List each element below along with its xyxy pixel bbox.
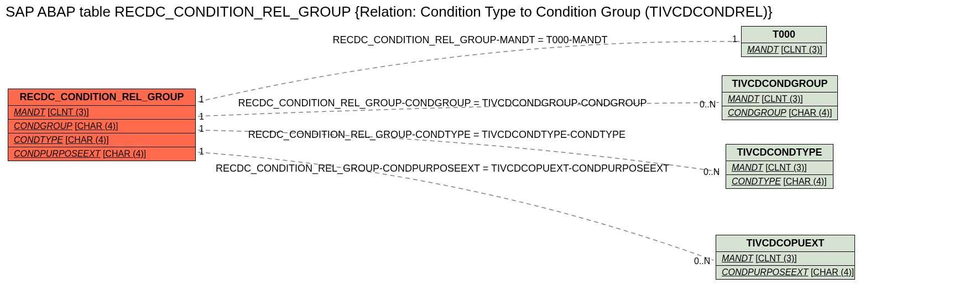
- entity-field: MANDT [CLNT (3)]: [8, 106, 195, 120]
- entity-main: RECDC_CONDITION_REL_GROUP MANDT [CLNT (3…: [8, 89, 196, 161]
- entity-field: CONDPURPOSEEXT [CHAR (4)]: [716, 266, 854, 279]
- entity-main-header: RECDC_CONDITION_REL_GROUP: [8, 89, 195, 106]
- entity-field: CONDTYPE [CHAR (4)]: [726, 175, 833, 188]
- relation-label: RECDC_CONDITION_REL_GROUP-CONDPURPOSEEXT…: [216, 163, 669, 174]
- entity-t000: T000 MANDT [CLNT (3)]: [741, 26, 827, 57]
- entity-field: CONDPURPOSEEXT [CHAR (4)]: [8, 147, 195, 161]
- relation-label: RECDC_CONDITION_REL_GROUP-MANDT = T000-M…: [333, 34, 608, 46]
- entity-header: TIVCDCONDGROUP: [722, 76, 837, 92]
- entity-field: MANDT [CLNT (3)]: [722, 92, 837, 106]
- entity-header: TIVCDCOPUEXT: [716, 235, 854, 252]
- entity-tivcdcopuext: TIVCDCOPUEXT MANDT [CLNT (3)] CONDPURPOS…: [716, 235, 855, 280]
- entity-header: TIVCDCONDTYPE: [726, 145, 833, 161]
- cardinality-left: 1: [199, 95, 204, 105]
- cardinality-right: 0..N: [700, 100, 716, 110]
- page-title: SAP ABAP table RECDC_CONDITION_REL_GROUP…: [6, 3, 773, 20]
- entity-field: MANDT [CLNT (3)]: [742, 43, 826, 56]
- entity-tivcdcondtype: TIVCDCONDTYPE MANDT [CLNT (3)] CONDTYPE …: [726, 144, 833, 189]
- cardinality-left: 1: [199, 112, 204, 122]
- entity-field: CONDGROUP [CHAR (4)]: [722, 106, 837, 120]
- entity-field: MANDT [CLNT (3)]: [726, 161, 833, 175]
- entity-field: MANDT [CLNT (3)]: [716, 252, 854, 266]
- cardinality-right: 1: [732, 34, 737, 44]
- relation-label: RECDC_CONDITION_REL_GROUP-CONDTYPE = TIV…: [248, 129, 625, 141]
- entity-tivcdcondgroup: TIVCDCONDGROUP MANDT [CLNT (3)] CONDGROU…: [722, 75, 838, 120]
- entity-field: CONDTYPE [CHAR (4)]: [8, 133, 195, 147]
- entity-header: T000: [742, 27, 826, 43]
- cardinality-left: 1: [199, 147, 204, 157]
- cardinality-left: 1: [199, 124, 204, 134]
- cardinality-right: 0..N: [703, 167, 720, 177]
- entity-field: CONDGROUP [CHAR (4)]: [8, 120, 195, 133]
- cardinality-right: 0..N: [694, 256, 710, 266]
- relation-label: RECDC_CONDITION_REL_GROUP-CONDGROUP = TI…: [238, 97, 647, 109]
